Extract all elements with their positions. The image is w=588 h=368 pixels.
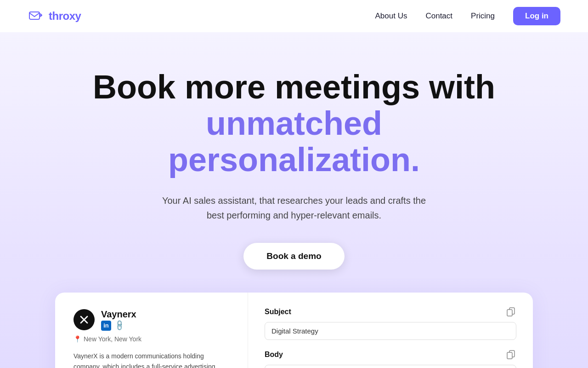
company-social-icons: in 🔗 [101, 321, 136, 331]
link-icon: 🔗 [113, 319, 126, 332]
nav-about-us[interactable]: About Us [375, 12, 407, 21]
hero-section: Book more meetings with unmatched person… [0, 32, 588, 368]
location-pin-icon: 📍 [74, 335, 81, 343]
copy-icon-body [506, 350, 515, 359]
company-name: Vaynerx [101, 309, 136, 320]
subject-copy-button[interactable] [505, 306, 516, 317]
body-copy-button[interactable] [505, 349, 516, 360]
company-location: 📍 New York, New York [74, 335, 229, 343]
navbar: throxy About Us Contact Pricing Log in [0, 0, 588, 32]
hero-headline-line1: Book more meetings with [93, 69, 495, 105]
logo-text: throxy [49, 10, 81, 23]
email-editor-panel: Subject Digital Strategy Body [248, 293, 533, 368]
company-info-panel: Vaynerx in 🔗 📍 New York, New York Vayner… [55, 293, 248, 368]
logo-icon [28, 8, 44, 24]
company-header: Vaynerx in 🔗 [74, 309, 229, 331]
nav-pricing[interactable]: Pricing [471, 12, 495, 21]
subject-label: Subject [265, 308, 291, 316]
svg-rect-5 [507, 310, 512, 316]
svg-rect-7 [507, 352, 512, 359]
company-description: VaynerX is a modern communications holdi… [74, 351, 229, 368]
login-button[interactable]: Log in [513, 7, 560, 25]
hero-headline-accent: unmatched personalization. [87, 105, 501, 178]
company-avatar [74, 309, 95, 330]
nav-contact[interactable]: Contact [425, 12, 452, 21]
book-demo-button[interactable]: Book a demo [243, 243, 344, 270]
hero-headline: Book more meetings with unmatched person… [87, 69, 501, 178]
subject-field[interactable]: Digital Strategy [265, 322, 516, 340]
copy-icon [506, 307, 515, 316]
body-label-row: Body [265, 349, 516, 360]
hero-subtext: Your AI sales assistant, that researches… [156, 193, 432, 223]
logo[interactable]: throxy [28, 8, 81, 24]
body-label: Body [265, 351, 283, 359]
demo-card: Vaynerx in 🔗 📍 New York, New York Vayner… [55, 293, 533, 368]
subject-label-row: Subject [265, 306, 516, 317]
body-field[interactable]: Hi Gary, I noticed your focus on digital… [265, 365, 516, 368]
company-name-wrapper: Vaynerx in 🔗 [101, 309, 136, 331]
company-location-text: New York, New York [84, 335, 141, 343]
x-icon [79, 315, 89, 325]
nav-links: About Us Contact Pricing Log in [375, 7, 560, 25]
linkedin-icon[interactable]: in [101, 321, 111, 331]
